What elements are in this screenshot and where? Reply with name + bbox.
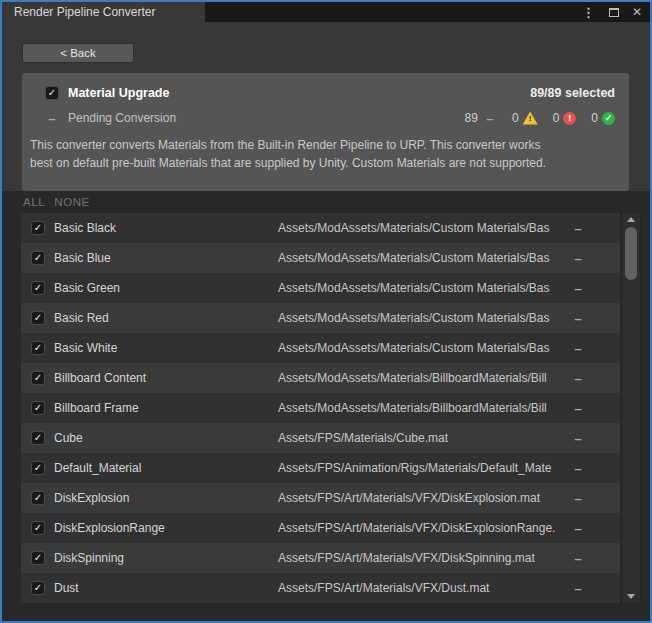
row-status-dash-icon: – xyxy=(566,281,590,296)
row-status-dash-icon: – xyxy=(566,341,590,356)
row-checkbox[interactable]: ✓ xyxy=(31,491,45,505)
item-name: Cube xyxy=(54,431,278,445)
item-path: Assets/FPS/Art/Materials/VFX/DiskExplosi… xyxy=(278,521,566,535)
maximize-glyph xyxy=(609,8,619,17)
row-checkbox[interactable]: ✓ xyxy=(31,251,45,265)
select-all-button[interactable]: ALL xyxy=(23,196,45,208)
close-icon[interactable]: ✕ xyxy=(632,5,642,19)
item-name: Basic Black xyxy=(54,221,278,235)
item-name: Billboard Content xyxy=(54,371,278,385)
item-path: Assets/FPS/Materials/Cube.mat xyxy=(278,431,566,445)
item-path: Assets/FPS/Art/Materials/VFX/DiskSpinnin… xyxy=(278,551,566,565)
check-icon: ✓ xyxy=(34,403,42,413)
pending-dash-icon: – xyxy=(45,112,59,125)
item-name: Basic Green xyxy=(54,281,278,295)
row-checkbox[interactable]: ✓ xyxy=(31,341,45,355)
row-checkbox[interactable]: ✓ xyxy=(31,551,45,565)
material-row[interactable]: ✓ Dust Assets/FPS/Art/Materials/VFX/Dust… xyxy=(21,573,620,603)
item-name: Billboard Frame xyxy=(54,401,278,415)
material-row[interactable]: ✓ Billboard Content Assets/ModAssets/Mat… xyxy=(21,363,620,393)
check-icon: ✓ xyxy=(34,523,42,533)
material-row[interactable]: ✓ Cube Assets/FPS/Materials/Cube.mat – xyxy=(21,423,620,453)
converter-panel: ✓ Material Upgrade 89/89 selected – Pend… xyxy=(22,73,629,191)
pending-count: 89 xyxy=(465,111,478,125)
description-line-1: This converter converts Materials from t… xyxy=(30,136,619,154)
row-status-dash-icon: – xyxy=(566,251,590,266)
row-checkbox[interactable]: ✓ xyxy=(31,581,45,595)
item-name: Basic Blue xyxy=(54,251,278,265)
list-header: ALL NONE xyxy=(23,196,90,208)
material-row[interactable]: ✓ Basic White Assets/ModAssets/Materials… xyxy=(21,333,620,363)
window-title: Render Pipeline Converter xyxy=(14,5,155,19)
material-row[interactable]: ✓ DiskExplosion Assets/FPS/Art/Materials… xyxy=(21,483,620,513)
check-icon: ✓ xyxy=(34,373,42,383)
selected-count: 89/89 selected xyxy=(530,86,615,100)
success-count: 0 xyxy=(591,111,598,125)
row-status-dash-icon: – xyxy=(566,491,590,506)
check-icon: ✓ xyxy=(34,313,42,323)
material-row[interactable]: ✓ DiskExplosionRange Assets/FPS/Art/Mate… xyxy=(21,513,620,543)
material-row[interactable]: ✓ Basic Blue Assets/ModAssets/Materials/… xyxy=(21,243,620,273)
check-icon: ✓ xyxy=(34,553,42,563)
row-checkbox[interactable]: ✓ xyxy=(31,281,45,295)
material-row[interactable]: ✓ Basic Green Assets/ModAssets/Materials… xyxy=(21,273,620,303)
scroll-up-icon[interactable] xyxy=(627,217,635,222)
row-status-dash-icon: – xyxy=(566,461,590,476)
row-checkbox[interactable]: ✓ xyxy=(31,461,45,475)
converter-status-row[interactable]: – Pending Conversion 89 – 0 0 0 xyxy=(22,100,629,125)
item-path: Assets/ModAssets/Materials/Custom Materi… xyxy=(278,311,566,325)
maximize-icon[interactable] xyxy=(609,8,619,17)
row-status-dash-icon: – xyxy=(566,371,590,386)
row-checkbox[interactable]: ✓ xyxy=(31,311,45,325)
item-path: Assets/ModAssets/Materials/Custom Materi… xyxy=(278,221,566,235)
converter-checkbox[interactable]: ✓ xyxy=(45,86,59,100)
back-button[interactable]: < Back xyxy=(22,43,134,63)
item-name: Basic Red xyxy=(54,311,278,325)
item-path: Assets/ModAssets/Materials/Custom Materi… xyxy=(278,281,566,295)
scrollbar-thumb[interactable] xyxy=(625,227,637,280)
converter-header-row: ✓ Material Upgrade 89/89 selected xyxy=(22,73,629,100)
window-tab[interactable]: Render Pipeline Converter xyxy=(2,2,205,22)
check-icon: ✓ xyxy=(34,583,42,593)
row-checkbox[interactable]: ✓ xyxy=(31,521,45,535)
item-path: Assets/FPS/Art/Materials/VFX/Dust.mat xyxy=(278,581,566,595)
render-pipeline-converter-window: Render Pipeline Converter ⋮ ✕ < Back ✓ M… xyxy=(0,0,652,623)
select-none-button[interactable]: NONE xyxy=(54,196,90,208)
kebab-menu-icon[interactable]: ⋮ xyxy=(582,5,596,20)
check-icon: ✓ xyxy=(34,433,42,443)
row-status-dash-icon: – xyxy=(566,431,590,446)
error-icon xyxy=(563,112,576,125)
item-path: Assets/FPS/Art/Materials/VFX/DiskExplosi… xyxy=(278,491,566,505)
check-icon: ✓ xyxy=(34,493,42,503)
material-row[interactable]: ✓ Basic Black Assets/ModAssets/Materials… xyxy=(21,213,620,243)
row-checkbox[interactable]: ✓ xyxy=(31,401,45,415)
description-line-2: best on default pre-built Materials that… xyxy=(30,154,619,172)
success-icon xyxy=(602,112,615,125)
converter-title: Material Upgrade xyxy=(68,86,169,100)
scroll-down-icon[interactable] xyxy=(627,594,635,599)
check-icon: ✓ xyxy=(48,88,56,98)
check-icon: ✓ xyxy=(34,463,42,473)
check-icon: ✓ xyxy=(34,223,42,233)
material-row[interactable]: ✓ Billboard Frame Assets/ModAssets/Mater… xyxy=(21,393,620,423)
pending-conversion-label: Pending Conversion xyxy=(68,111,176,125)
scrollbar[interactable] xyxy=(621,213,641,603)
row-checkbox[interactable]: ✓ xyxy=(31,221,45,235)
material-row[interactable]: ✓ Basic Red Assets/ModAssets/Materials/C… xyxy=(21,303,620,333)
item-name: DiskSpinning xyxy=(54,551,278,565)
converter-description: This converter converts Materials from t… xyxy=(22,125,629,172)
item-name: Dust xyxy=(54,581,278,595)
warning-icon xyxy=(523,112,538,125)
row-status-dash-icon: – xyxy=(566,311,590,326)
check-icon: ✓ xyxy=(34,253,42,263)
material-row[interactable]: ✓ DiskSpinning Assets/FPS/Art/Materials/… xyxy=(21,543,620,573)
material-row[interactable]: ✓ Default_Material Assets/FPS/Animation/… xyxy=(21,453,620,483)
pending-count-dash-icon: – xyxy=(483,112,497,125)
row-checkbox[interactable]: ✓ xyxy=(31,371,45,385)
row-status-dash-icon: – xyxy=(566,551,590,566)
material-list: ✓ Basic Black Assets/ModAssets/Materials… xyxy=(21,213,620,603)
check-icon: ✓ xyxy=(34,283,42,293)
row-checkbox[interactable]: ✓ xyxy=(31,431,45,445)
item-path: Assets/FPS/Animation/Rigs/Materials/Defa… xyxy=(278,461,566,475)
row-status-dash-icon: – xyxy=(566,581,590,596)
